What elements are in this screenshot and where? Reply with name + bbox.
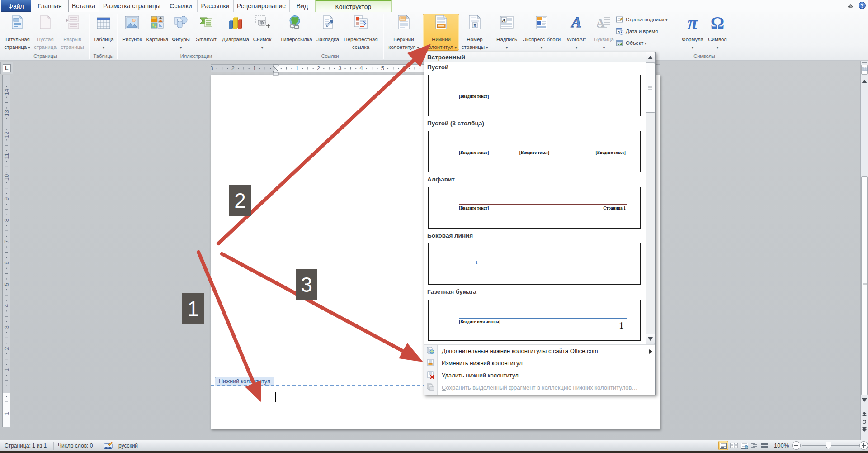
svg-text:3: 3 — [338, 65, 341, 72]
svg-text:6: 6 — [402, 65, 406, 72]
svg-text:A: A — [502, 17, 506, 23]
svg-text:Ω: Ω — [711, 14, 724, 31]
svg-text:5: 5 — [3, 283, 10, 286]
svg-text:3: 3 — [3, 325, 10, 329]
svg-text:2: 2 — [317, 65, 320, 72]
svg-text:4: 4 — [359, 65, 363, 72]
svg-text:4: 4 — [3, 304, 10, 307]
svg-text:10: 10 — [3, 174, 10, 181]
svg-text:2: 2 — [3, 347, 10, 350]
svg-text:6: 6 — [3, 261, 10, 264]
svg-text:2: 2 — [231, 65, 235, 72]
svg-text:13: 13 — [3, 110, 10, 116]
svg-text:#: # — [473, 23, 476, 28]
svg-text:14: 14 — [3, 89, 10, 95]
svg-text:1: 1 — [296, 65, 299, 72]
svg-text:9: 9 — [3, 197, 10, 200]
svg-text:π: π — [688, 14, 698, 31]
svg-text:1: 1 — [253, 65, 256, 72]
svg-text:A: A — [571, 15, 582, 29]
svg-text:3: 3 — [211, 65, 213, 72]
svg-text:5: 5 — [381, 65, 384, 72]
svg-text:1: 1 — [3, 411, 10, 415]
svg-text:12: 12 — [3, 131, 10, 138]
svg-text:1: 1 — [3, 368, 10, 372]
svg-text:8: 8 — [3, 219, 10, 222]
svg-text:11: 11 — [3, 153, 10, 159]
svg-text:7: 7 — [3, 240, 10, 243]
